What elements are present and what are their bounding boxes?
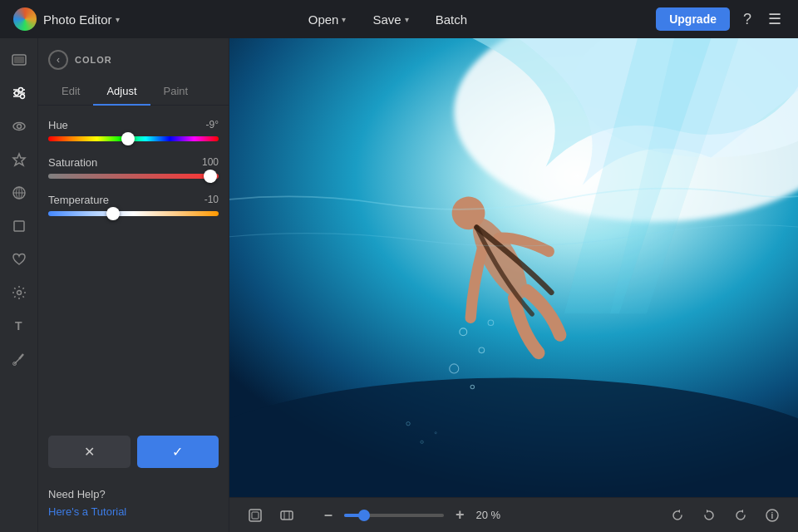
hue-slider-row: Hue -9°: [48, 119, 219, 141]
svg-line-18: [14, 359, 19, 364]
panel-title: COLOR: [75, 55, 112, 65]
hue-label: Hue: [48, 119, 68, 131]
bottom-toolbar: – + 20 %: [229, 497, 798, 532]
confirm-button[interactable]: ✓: [137, 436, 219, 468]
tab-paint[interactable]: Paint: [150, 78, 202, 106]
confirm-icon: ✓: [172, 444, 183, 460]
menu-button[interactable]: ☰: [765, 7, 785, 32]
svg-rect-15: [14, 221, 24, 231]
cancel-icon: ✕: [84, 444, 95, 460]
sidebar-icon-star[interactable]: [4, 145, 34, 175]
back-button[interactable]: ‹: [48, 50, 68, 70]
panel-tabs: Edit Adjust Paint: [38, 78, 229, 106]
temperature-label: Temperature: [48, 194, 109, 206]
sidebar-icon-eye[interactable]: [4, 111, 34, 141]
help-title: Need Help?: [48, 488, 219, 500]
zoom-label: 20 %: [476, 509, 510, 521]
header-right: Upgrade ? ☰: [656, 7, 785, 32]
svg-point-9: [17, 125, 21, 129]
help-section: Need Help? Here's a Tutorial: [38, 481, 229, 532]
sidebar-icon-effects[interactable]: [4, 178, 34, 208]
temperature-slider-thumb[interactable]: [106, 207, 120, 220]
sliders-section: Hue -9° Saturation 100: [38, 106, 229, 436]
app-logo: [13, 7, 37, 31]
bottom-right-icons: i: [665, 505, 785, 526]
sidebar-icon-gear[interactable]: [4, 278, 34, 308]
svg-point-7: [20, 95, 24, 99]
app-title: Photo Editor: [43, 12, 112, 27]
hue-value: -9°: [206, 119, 219, 131]
svg-point-16: [17, 291, 21, 295]
zoom-thumb[interactable]: [358, 510, 370, 521]
tab-edit[interactable]: Edit: [48, 78, 93, 106]
temperature-value: -10: [204, 194, 219, 206]
help-button[interactable]: ?: [740, 7, 755, 32]
temperature-slider-track[interactable]: [48, 211, 219, 216]
svg-marker-10: [13, 154, 25, 165]
rotate-cw-button[interactable]: [665, 505, 690, 526]
upgrade-button[interactable]: Upgrade: [656, 7, 730, 31]
svg-line-19: [19, 354, 23, 359]
header-menu: Open ▾ Save ▾ Batch: [120, 12, 657, 27]
svg-text:i: i: [771, 511, 774, 520]
hue-slider-track[interactable]: [48, 136, 219, 141]
left-sidebar: T: [0, 38, 38, 532]
temperature-slider-row: Temperature -10: [48, 194, 219, 216]
app-name-button[interactable]: Photo Editor ▾: [43, 12, 120, 27]
saturation-slider-row: Saturation 100: [48, 156, 219, 179]
sidebar-icon-heart[interactable]: [4, 244, 34, 274]
hue-slider-thumb[interactable]: [121, 132, 135, 145]
sidebar-icon-crop[interactable]: [4, 211, 34, 241]
svg-text:T: T: [15, 319, 22, 332]
cancel-button[interactable]: ✕: [48, 436, 131, 468]
app-header: Photo Editor ▾ Open ▾ Save ▾ Batch Upgra…: [0, 0, 798, 38]
canvas-area: – + 20 %: [229, 38, 798, 532]
svg-point-22: [229, 377, 798, 497]
color-panel: ‹ COLOR Edit Adjust Paint Hue -9°: [38, 38, 229, 532]
saturation-label: Saturation: [48, 156, 97, 169]
sidebar-icon-text[interactable]: T: [4, 311, 34, 341]
open-menu-item[interactable]: Open ▾: [308, 12, 347, 27]
actual-size-button[interactable]: [274, 505, 299, 526]
saturation-value: 100: [202, 156, 219, 169]
svg-rect-1: [14, 57, 24, 63]
fit-to-window-button[interactable]: [243, 505, 268, 526]
sidebar-icon-image[interactable]: [4, 45, 34, 75]
saturation-slider-thumb[interactable]: [204, 170, 217, 183]
sidebar-icon-brush[interactable]: [4, 344, 34, 374]
sidebar-icon-sliders[interactable]: [4, 78, 34, 108]
zoom-out-button[interactable]: –: [319, 503, 337, 527]
redo-button[interactable]: [728, 505, 753, 526]
undo-button[interactable]: [697, 505, 722, 526]
tab-adjust[interactable]: Adjust: [93, 78, 150, 106]
info-button[interactable]: i: [760, 505, 785, 526]
svg-rect-35: [249, 510, 261, 521]
action-buttons: ✕ ✓: [38, 436, 229, 481]
zoom-in-button[interactable]: +: [451, 503, 470, 527]
svg-point-6: [14, 91, 18, 96]
svg-point-5: [18, 88, 22, 92]
save-menu-item[interactable]: Save ▾: [372, 12, 408, 27]
svg-rect-36: [252, 512, 259, 519]
main-content: T ‹ COLOR Edit Adjust Paint Hue: [0, 38, 798, 532]
svg-rect-37: [281, 511, 293, 520]
saturation-slider-track[interactable]: [48, 174, 219, 179]
help-link[interactable]: Here's a Tutorial: [48, 505, 126, 518]
image-canvas[interactable]: [229, 38, 798, 497]
panel-header: ‹ COLOR: [38, 38, 229, 78]
zoom-slider[interactable]: [344, 514, 444, 517]
batch-menu-item[interactable]: Batch: [436, 12, 467, 27]
